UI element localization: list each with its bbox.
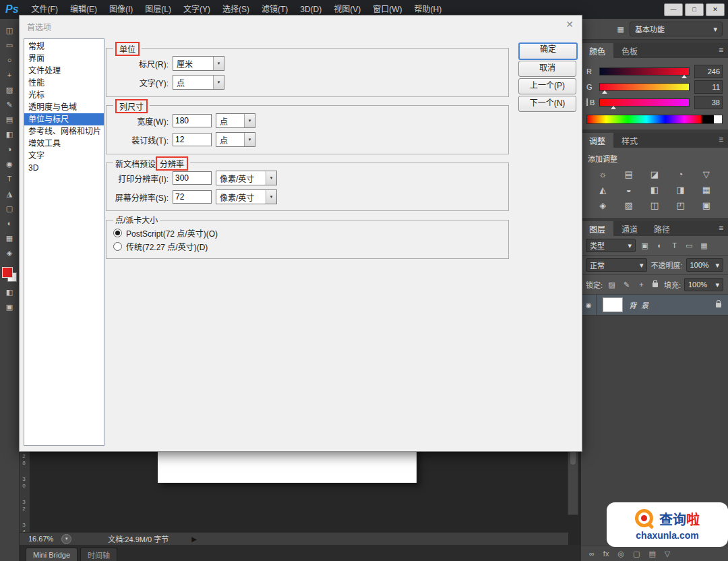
adjustment-icon[interactable]: ☼ (592, 168, 613, 180)
radio-selected-icon[interactable] (113, 229, 122, 237)
prefs-item-interface[interactable]: 界面 (24, 53, 104, 65)
status-menu-icon[interactable]: ▾ (61, 534, 71, 544)
tool-icon[interactable]: ▤ (4, 115, 15, 124)
background-layer-row[interactable]: ◉ 背 景 (581, 295, 728, 316)
screen-mode-icon[interactable]: ▣ (4, 302, 15, 312)
filter-pixel-layers-icon[interactable]: ▣ (639, 241, 650, 250)
status-arrow-icon[interactable]: ▶ (191, 535, 197, 543)
width-unit-select[interactable]: 点 ▾ (216, 113, 255, 128)
adjustment-icon[interactable]: ▤ (617, 168, 639, 180)
tool-icon[interactable]: + (4, 70, 15, 80)
tool-icon[interactable]: ◉ (4, 159, 15, 169)
link-layers-icon[interactable]: ∞ (589, 550, 595, 558)
tool-icon[interactable]: ◧ (4, 129, 15, 139)
tool-icon[interactable]: ▭ (4, 40, 15, 50)
prefs-item-guides-grid[interactable]: 参考线、网格和切片 (24, 125, 104, 138)
tool-icon[interactable]: T (4, 174, 15, 183)
adjustment-icon[interactable]: ◨ (669, 183, 691, 196)
ruler-unit-select[interactable]: 厘米 ▾ (173, 56, 224, 71)
layer-name[interactable]: 背 景 (629, 299, 650, 310)
prefs-item-plugins[interactable]: 增效工具 (24, 138, 104, 150)
close-icon[interactable]: ✕ (566, 19, 574, 30)
layer-thumbnail[interactable] (603, 297, 623, 312)
filter-type-layers-icon[interactable]: T (669, 241, 680, 249)
tool-icon[interactable]: ▨ (4, 85, 15, 94)
filter-smart-objects-icon[interactable]: ▦ (698, 241, 710, 250)
new-group-icon[interactable]: ▤ (648, 550, 655, 558)
prefs-item-performance[interactable]: 性能 (24, 77, 104, 89)
tab-channels[interactable]: 通道 (613, 221, 646, 236)
radio-icon[interactable] (113, 242, 122, 251)
panel-menu-icon[interactable]: ≡ (719, 45, 723, 55)
slider-marker[interactable] (611, 106, 616, 109)
adjustment-icon[interactable]: ◫ (644, 199, 665, 211)
green-channel-value[interactable]: 11 (694, 80, 723, 94)
adjustment-icon[interactable]: ▨ (617, 199, 639, 211)
lock-transparency-icon[interactable]: ▨ (606, 280, 617, 289)
postscript-option[interactable]: PostScript(72 点/英寸)(O) (113, 227, 218, 239)
lock-all-icon[interactable] (653, 283, 658, 287)
blue-channel-value[interactable]: 38 (694, 96, 723, 109)
tab-color[interactable]: 颜色 (581, 43, 613, 58)
panel-menu-icon[interactable]: ≡ (719, 135, 723, 144)
adjustment-icon[interactable]: ◭ (592, 183, 613, 196)
adjustment-icon[interactable]: ◰ (669, 199, 691, 211)
quick-mask-icon[interactable]: ◧ (4, 287, 15, 297)
adjustment-icon[interactable]: ▽ (696, 168, 717, 180)
layer-filter-select[interactable]: 类型 ▾ (586, 239, 636, 252)
slider-marker[interactable] (602, 90, 607, 94)
delete-layer-icon[interactable]: ▽ (665, 550, 670, 558)
prefs-item-type[interactable]: 文字 (24, 150, 104, 162)
tool-icon[interactable]: ✎ (4, 100, 15, 109)
lock-pixels-icon[interactable]: ✎ (621, 280, 632, 289)
slider-marker[interactable] (681, 75, 687, 78)
filter-adjustment-layers-icon[interactable]: ◐ (654, 241, 665, 249)
color-spectrum-ramp[interactable] (586, 115, 723, 124)
close-window-button[interactable]: ✕ (706, 3, 725, 16)
prefs-item-file-handling[interactable]: 文件处理 (24, 65, 104, 77)
foreground-color-icon[interactable] (586, 98, 588, 106)
adjustment-icon[interactable]: ◔ (669, 168, 691, 180)
tab-swatches[interactable]: 色板 (613, 43, 646, 58)
adjustment-layer-icon[interactable]: ◎ (617, 550, 624, 558)
tool-icon[interactable]: ◮ (4, 189, 15, 198)
adjustment-icon[interactable]: ◧ (644, 183, 665, 196)
panel-menu-icon[interactable]: ≡ (719, 223, 723, 233)
tool-icon[interactable]: ◑ (4, 144, 15, 154)
maximize-button[interactable]: □ (685, 3, 704, 16)
blue-channel-slider[interactable] (599, 98, 690, 107)
gutter-input[interactable] (173, 133, 212, 146)
workspace-switcher[interactable]: 基本功能 ▾ (630, 22, 723, 36)
traditional-option[interactable]: 传统(72.27 点/英寸)(D) (113, 240, 208, 252)
prefs-item-transparency[interactable]: 透明度与色域 (24, 101, 104, 113)
workspace-grid-icon[interactable]: ▦ (617, 25, 624, 34)
cancel-button[interactable]: 取消 (518, 61, 576, 77)
filter-shape-layers-icon[interactable]: ▭ (684, 241, 695, 250)
minimize-button[interactable]: — (664, 3, 683, 16)
layer-style-fx-icon[interactable]: fx (603, 550, 609, 558)
tab-paths[interactable]: 路径 (646, 221, 678, 236)
tab-layers[interactable]: 图层 (581, 221, 613, 236)
zoom-level[interactable]: 16.67% (28, 535, 53, 543)
tab-adjustments[interactable]: 调整 (581, 133, 613, 148)
adjustment-icon[interactable]: ▣ (696, 199, 717, 211)
fill-select[interactable]: 100% ▾ (684, 278, 723, 291)
blend-mode-select[interactable]: 正常 ▾ (586, 258, 647, 272)
tool-icon[interactable]: ▢ (4, 204, 15, 213)
prefs-item-general[interactable]: 常规 (24, 40, 104, 53)
screen-resolution-input[interactable] (173, 190, 212, 204)
adjustment-icon[interactable]: ◒ (617, 183, 639, 196)
next-button[interactable]: 下一个(N) (518, 96, 576, 112)
tab-styles[interactable]: 样式 (613, 133, 646, 148)
tool-icon[interactable]: ▦ (4, 233, 15, 243)
prefs-item-units-rulers[interactable]: 单位与标尺 (24, 113, 104, 125)
green-channel-slider[interactable] (599, 83, 690, 91)
print-resolution-unit-select[interactable]: 像素/英寸 ▾ (216, 171, 277, 185)
tool-icon[interactable]: ◫ (4, 26, 15, 35)
gutter-unit-select[interactable]: 点 ▾ (216, 132, 255, 147)
adjustment-icon[interactable]: ◪ (644, 168, 665, 180)
screen-resolution-unit-select[interactable]: 像素/英寸 ▾ (216, 189, 277, 204)
prev-button[interactable]: 上一个(P) (518, 78, 576, 94)
tab-mini-bridge[interactable]: Mini Bridge (26, 548, 78, 561)
layer-mask-icon[interactable]: ▢ (633, 550, 640, 558)
